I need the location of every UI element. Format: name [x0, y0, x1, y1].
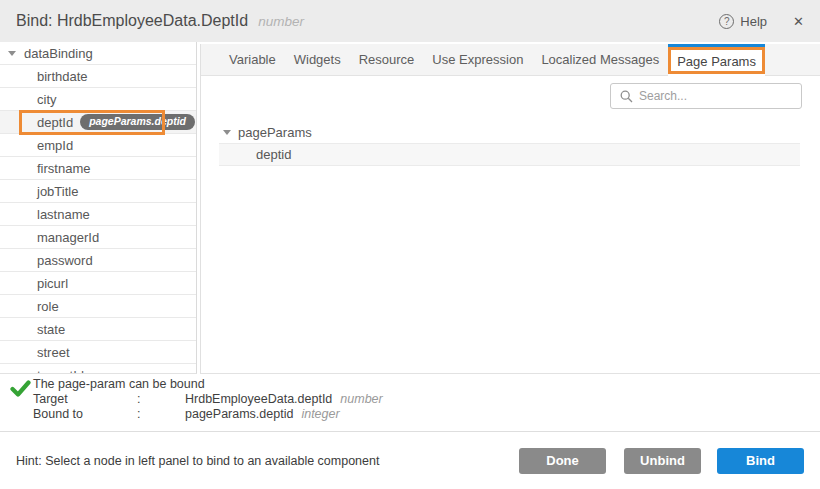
done-button[interactable]: Done [519, 448, 606, 474]
tab-content: pageParams deptid [201, 76, 820, 373]
bind-dialog: Bind: HrdbEmployeeData.DeptId number ? H… [0, 0, 820, 489]
sidebar-item-databinding[interactable]: dataBinding [0, 42, 196, 65]
status-value-type: integer [301, 407, 339, 422]
tab-resource[interactable]: Resource [350, 44, 424, 75]
sidebar-item-street[interactable]: street [0, 341, 196, 364]
sidebar-item-label: birthdate [37, 69, 88, 84]
dialog-title: Bind: HrdbEmployeeData.DeptId [16, 12, 248, 30]
sidebar-item-state[interactable]: state [0, 318, 196, 341]
dialog-title-type: number [258, 14, 304, 29]
binding-status-area: The page-param can be bound Target : Hrd… [0, 374, 820, 432]
tab-label: Page Params [677, 54, 756, 69]
success-check-icon [10, 380, 31, 397]
close-icon[interactable]: ✕ [793, 14, 804, 29]
sidebar-item-lastname[interactable]: lastname [0, 203, 196, 226]
sidebar-item-empid[interactable]: empId [0, 134, 196, 157]
sidebar-item-label: role [37, 299, 59, 314]
sidebar-item-label: state [37, 322, 65, 337]
bind-button[interactable]: Bind [717, 448, 804, 474]
sidebar-item-jobtitle[interactable]: jobTitle [0, 180, 196, 203]
status-value: HrdbEmployeeData.deptId [185, 392, 332, 407]
status-value: pageParams.deptid [185, 407, 293, 422]
status-value-type: number [340, 392, 382, 407]
status-separator: : [137, 407, 185, 422]
chevron-down-icon [8, 51, 16, 56]
tree-node-deptid[interactable]: deptid [219, 143, 800, 166]
unbind-button[interactable]: Unbind [624, 448, 701, 474]
sidebar-item-label: lastname [37, 207, 90, 222]
help-button[interactable]: ? Help [719, 14, 767, 29]
hint-label: Hint: [16, 454, 42, 468]
chevron-down-icon [223, 130, 231, 135]
bound-param-badge: pageParams.deptid [80, 114, 195, 130]
tree-node-label: pageParams [238, 125, 312, 140]
help-icon: ? [719, 14, 734, 29]
hint-text: Hint: Select a node in left panel to bin… [16, 454, 519, 468]
status-label: Bound to [33, 407, 137, 422]
sidebar-item-deptid[interactable]: deptId pageParams.deptid [0, 111, 196, 134]
sidebar-item-birthdate[interactable]: birthdate [0, 65, 196, 88]
sidebar-root-label: dataBinding [24, 46, 93, 61]
sidebar-item-managerid[interactable]: managerId [0, 226, 196, 249]
title-bar: Bind: HrdbEmployeeData.DeptId number ? H… [0, 0, 820, 42]
sidebar-item-label: empId [37, 138, 73, 153]
sidebar-item-city[interactable]: city [0, 88, 196, 111]
sidebar-item-label: firstname [37, 161, 90, 176]
sidebar-item-password[interactable]: password [0, 249, 196, 272]
status-boundto-row: Bound to : pageParams.deptid integer [33, 407, 820, 422]
search-input[interactable] [639, 89, 792, 103]
tab-page-params[interactable]: Page Params [668, 44, 765, 76]
tab-variable[interactable]: Variable [220, 44, 285, 75]
sidebar-item-label: password [37, 253, 93, 268]
status-label: Target [33, 392, 137, 407]
status-target-row: Target : HrdbEmployeeData.deptId number [33, 392, 820, 407]
binding-source-panel: Variable Widgets Resource Use Expression… [200, 44, 820, 374]
sidebar-item-label: street [37, 345, 70, 360]
action-bar: Hint: Select a node in left panel to bin… [0, 432, 820, 489]
tab-bar: Variable Widgets Resource Use Expression… [201, 44, 820, 76]
search-icon [620, 90, 633, 103]
status-separator: : [137, 392, 185, 407]
sidebar-item-label: managerId [37, 230, 99, 245]
sidebar-item-role[interactable]: role [0, 295, 196, 318]
sidebar-item-firstname[interactable]: firstname [0, 157, 196, 180]
sidebar-item-label: jobTitle [37, 184, 78, 199]
search-box [610, 83, 802, 109]
sidebar-item-label: city [37, 92, 57, 107]
tab-localized-messages[interactable]: Localized Messages [532, 44, 668, 75]
tree-node-pageparams[interactable]: pageParams [201, 122, 820, 142]
status-lines: The page-param can be bound Target : Hrd… [33, 374, 820, 422]
sidebar-item-label: deptId [37, 115, 73, 130]
sidebar-item-label: picurl [37, 276, 68, 291]
tab-use-expression[interactable]: Use Expression [423, 44, 532, 75]
sidebar-item-tenantid[interactable]: tenantId [0, 364, 196, 374]
hint-body: Select a node in left panel to bind to a… [42, 454, 380, 468]
help-label: Help [740, 14, 767, 29]
status-message: The page-param can be bound [33, 377, 820, 392]
sidebar-item-picurl[interactable]: picurl [0, 272, 196, 295]
binding-tree-panel: dataBinding birthdate city deptId pagePa… [0, 42, 197, 374]
tree-node-label: deptid [256, 147, 291, 162]
tab-widgets[interactable]: Widgets [285, 44, 350, 75]
